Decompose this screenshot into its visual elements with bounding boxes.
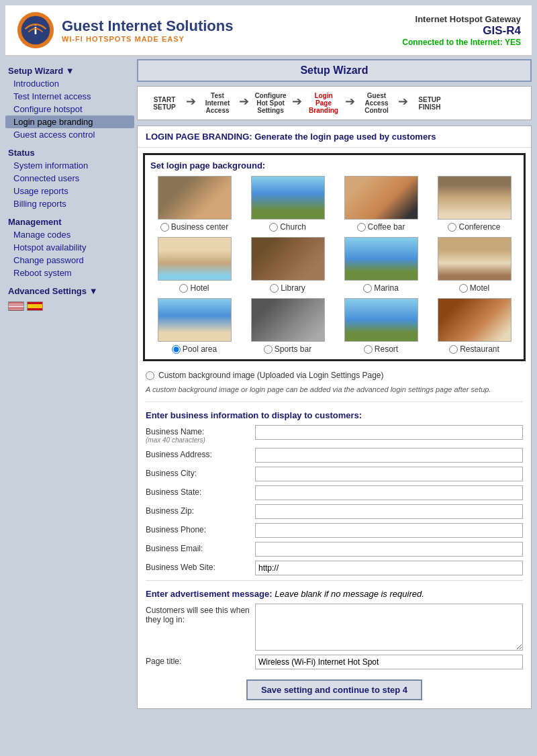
flag-us[interactable] [8,301,24,311]
step-test-line1: Test [211,92,224,99]
step-start-line1: START [154,96,176,103]
form-row-business-phone: Business Phone: [138,521,531,540]
bg-thumb-church [251,176,325,220]
sidebar-item-guest-access-control[interactable]: Guest access control [5,128,134,141]
bg-radio-business-center[interactable] [160,223,169,232]
arrow-3: ➔ [292,94,302,109]
step-configure-line2: Hot Spot [256,99,285,107]
bg-label-restaurant[interactable]: Restaurant [449,344,499,354]
bg-label-church[interactable]: Church [269,222,306,232]
step-configure-line3: Settings [257,107,283,114]
label-business-name: Business Name: (max 40 characters) [146,425,250,444]
sidebar-item-billing-reports[interactable]: Billing reports [5,197,134,210]
input-business-zip[interactable] [255,504,523,519]
flag-es[interactable] [27,301,43,311]
bg-label-conference[interactable]: Conference [448,222,500,232]
logo-text: Guest Internet Solutions WI-FI HOTSPOTS … [62,17,233,43]
bg-radio-marina[interactable] [363,284,372,293]
form-row-page-title: Page title: [138,653,531,671]
bg-label-pool-area[interactable]: Pool area [172,344,217,354]
bg-label-motel[interactable]: Motel [459,283,489,293]
sidebar-item-connected-users[interactable]: Connected users [5,172,134,185]
input-page-title[interactable] [255,655,523,669]
separator-2 [146,580,523,581]
label-business-city: Business City: [146,467,250,478]
sidebar-item-login-page-branding[interactable]: Login page branding [5,115,134,128]
bg-text-pool-area: Pool area [183,344,217,354]
bg-radio-custom[interactable] [146,371,154,380]
bg-radio-conference[interactable] [448,223,456,232]
sidebar-item-introduction[interactable]: Introduction [5,77,134,90]
bg-radio-hotel[interactable] [179,284,188,293]
bg-thumb-pool-area [158,298,232,342]
sidebar-advanced-settings-title[interactable]: Advanced Settings ▼ [5,286,134,296]
step-guest-line1: Guest [367,92,386,99]
biz-section-title: Enter business information to display to… [138,405,531,423]
step-test-line3: Access [205,107,229,114]
input-business-website[interactable] [255,561,523,575]
custom-bg-label: Custom background image (Uploaded via Lo… [158,371,384,380]
bg-label-hotel[interactable]: Hotel [179,283,209,293]
ad-title-italic: Leave blank if no message is required. [275,589,424,599]
bg-radio-library[interactable] [270,284,279,293]
main-layout: Setup Wizard ▼ Introduction Test Interne… [5,59,532,709]
input-business-name[interactable] [255,425,523,440]
progress-bar: START SETUP ➔ Test Internet Access ➔ Con… [137,86,532,120]
bg-label-library[interactable]: Library [270,283,305,293]
ad-textarea-label: Customers will see this when they log in… [146,606,250,624]
sidebar-management-title: Management [5,217,134,227]
sidebar-item-system-info[interactable]: System information [5,159,134,172]
connection-status: YES [505,38,521,47]
label-business-address: Business Address: [146,448,250,459]
bg-label-sports-bar[interactable]: Sports bar [264,344,311,354]
content-area: Setup Wizard START SETUP ➔ Test Internet… [137,59,532,709]
input-business-city[interactable] [255,467,523,481]
textarea-ad-message[interactable] [255,604,523,651]
step-guest-access: Guest Access Control [356,92,397,114]
sidebar-item-manage-codes[interactable]: Manage codes [5,228,134,241]
save-btn-row: Save setting and continue to step 4 [138,671,531,708]
input-business-address[interactable] [255,448,523,463]
bg-label-coffee-bar[interactable]: Coffee bar [357,222,405,232]
bg-thumb-hotel [158,237,232,281]
sidebar-item-usage-reports[interactable]: Usage reports [5,185,134,197]
bg-thumb-motel [438,237,511,281]
bg-text-business-center: Business center [171,222,228,232]
sidebar-item-hotspot-availability[interactable]: Hotspot availability [5,241,134,254]
header-product-label: Internet Hotspot Gateway [402,14,521,24]
step-login-branding: Login Page Branding [303,92,344,114]
bg-radio-coffee-bar[interactable] [357,223,366,232]
bg-radio-pool-area[interactable] [172,345,181,354]
bg-radio-restaurant[interactable] [449,345,458,354]
bg-label-business-center[interactable]: Business center [160,222,228,232]
input-business-state[interactable] [255,485,523,500]
bg-radio-resort[interactable] [364,345,373,354]
bg-label-marina[interactable]: Marina [363,283,399,293]
input-business-email[interactable] [255,542,523,557]
bg-radio-sports-bar[interactable] [264,345,273,354]
sidebar-setup-wizard-title[interactable]: Setup Wizard ▼ [5,66,134,76]
connection-label: Connected to the Internet: [402,38,502,47]
save-button[interactable]: Save setting and continue to step 4 [246,679,422,700]
bg-label-resort[interactable]: Resort [364,344,398,354]
content-card: LOGIN PAGE BRANDING: Generate the login … [137,126,532,709]
bg-item-church: Church [244,176,332,232]
logo-area: i Guest Internet Solutions WI-FI HOTSPOT… [16,11,233,50]
sidebar-flags [5,297,134,315]
step-login-line2: Page [315,99,332,107]
bg-item-business-center: Business center [150,176,238,232]
bg-radio-motel[interactable] [459,284,468,293]
sidebar-item-reboot-system[interactable]: Reboot system [5,267,134,279]
section-title: LOGIN PAGE BRANDING: Generate the login … [146,132,436,142]
sidebar-item-configure-hotspot[interactable]: Configure hotspot [5,103,134,115]
sidebar-item-change-password[interactable]: Change password [5,254,134,267]
bg-text-motel: Motel [470,283,489,293]
bg-item-motel: Motel [430,237,518,293]
sidebar-item-test-internet[interactable]: Test Internet access [5,90,134,103]
bg-grid: Business center Church [150,176,518,354]
input-business-phone[interactable] [255,523,523,538]
bg-radio-church[interactable] [269,223,278,232]
bg-thumb-coffee-bar [344,176,418,220]
arrow-5: ➔ [398,94,408,109]
arrow-2: ➔ [239,94,249,109]
